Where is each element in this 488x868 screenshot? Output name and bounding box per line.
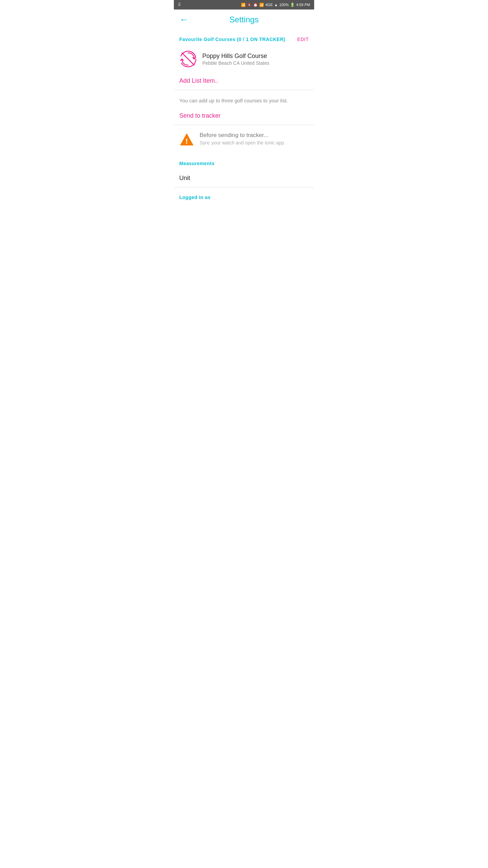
signal-icon: ▲: [274, 3, 278, 7]
warning-content: Before sending to tracker... Sync your w…: [200, 132, 309, 145]
svg-text:!: !: [185, 137, 188, 145]
time-label: 4:59 PM: [296, 3, 310, 7]
bluetooth-icon: 📶: [241, 3, 246, 7]
send-to-tracker-button[interactable]: Send to tracker: [174, 107, 314, 125]
warning-title: Before sending to tracker...: [200, 132, 309, 139]
mute-icon: 🔇: [247, 3, 252, 7]
unit-row[interactable]: Unit: [174, 169, 314, 187]
course-info: Poppy Hills Golf Course Pebble Beach CA …: [202, 53, 309, 66]
course-name: Poppy Hills Golf Course: [202, 53, 309, 60]
warning-icon: !: [179, 132, 194, 147]
warning-subtitle: Sync your watch and open the Ionic app.: [200, 140, 309, 145]
logged-in-section: Logged in as: [174, 188, 314, 203]
battery-icon: 🔋: [290, 3, 295, 7]
course-sync-icon: [179, 50, 197, 68]
header: ← Settings: [174, 9, 314, 30]
measurements-title: Measurements: [179, 161, 215, 166]
warning-box: ! Before sending to tracker... Sync your…: [174, 125, 314, 154]
add-list-item-button[interactable]: Add List Item..: [174, 72, 314, 90]
favourite-section-header: Favourite Golf Courses (0 / 1 ON TRACKER…: [174, 30, 314, 46]
back-button[interactable]: ←: [179, 15, 189, 24]
status-bar: ⠿ 📶 🔇 ⏰ 📶 4GE ▲ 100% 🔋 4:59 PM: [174, 0, 314, 9]
wifi-icon: 📶: [259, 3, 264, 7]
alarm-icon: ⏰: [253, 3, 258, 7]
status-dots-icon: ⠿: [178, 2, 181, 7]
status-icons: 📶 🔇 ⏰ 📶 4GE ▲ 100% 🔋 4:59 PM: [241, 3, 310, 7]
battery-label: 100%: [279, 3, 289, 7]
favourite-section-title: Favourite Golf Courses (0 / 1 ON TRACKER…: [179, 37, 285, 42]
course-location: Pebble Beach CA United States: [202, 60, 309, 66]
page-title: Settings: [193, 15, 295, 24]
info-text: You can add up to three golf courses to …: [174, 90, 314, 107]
logged-in-title: Logged in as: [179, 195, 210, 200]
network-label: 4GE: [265, 3, 273, 7]
course-item: Poppy Hills Golf Course Pebble Beach CA …: [174, 46, 314, 72]
measurements-section: Measurements: [174, 154, 314, 169]
edit-button[interactable]: EDIT: [297, 37, 309, 42]
